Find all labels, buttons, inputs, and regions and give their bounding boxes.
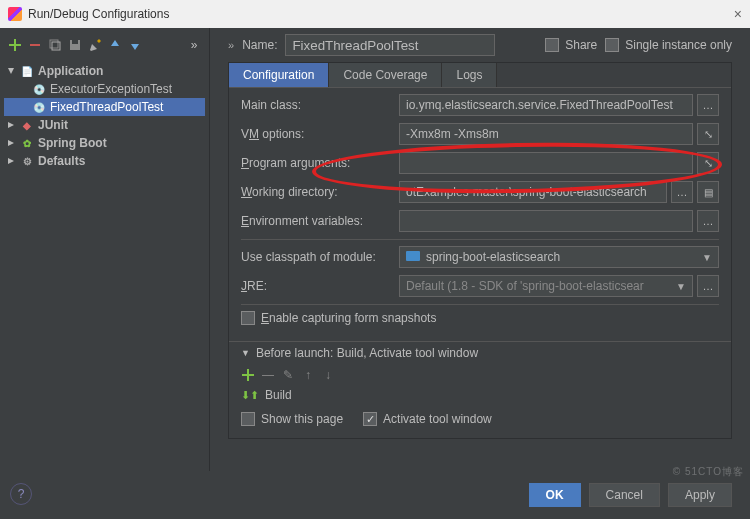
main-class-label: Main class: bbox=[241, 98, 391, 112]
single-instance-checkbox[interactable]: Single instance only bbox=[605, 38, 732, 52]
expand-button[interactable]: ⤡ bbox=[697, 152, 719, 174]
intellij-icon bbox=[8, 7, 22, 21]
main-class-field[interactable]: io.ymq.elasticsearch.service.FixedThread… bbox=[399, 94, 693, 116]
edit-icon: ✎ bbox=[281, 368, 295, 382]
cancel-button[interactable]: Cancel bbox=[589, 483, 660, 507]
svg-rect-1 bbox=[52, 42, 60, 50]
down-icon: ↓ bbox=[321, 368, 335, 382]
down-icon[interactable] bbox=[128, 38, 142, 52]
snapshots-checkbox[interactable]: Enable capturing form snapshots bbox=[241, 311, 436, 328]
config-tree: 📄 Application 💿 ExecutorExceptionTest 💿 … bbox=[0, 62, 209, 170]
dialog-buttons: OK Cancel Apply bbox=[0, 471, 750, 519]
config-tabs: Configuration Code Coverage Logs bbox=[229, 63, 731, 88]
chevron-down-icon: ▼ bbox=[676, 281, 686, 292]
jre-select[interactable]: Default (1.8 - SDK of 'spring-boot-elast… bbox=[399, 275, 693, 297]
up-icon: ↑ bbox=[301, 368, 315, 382]
tab-logs[interactable]: Logs bbox=[442, 63, 497, 87]
program-args-field[interactable] bbox=[399, 152, 693, 174]
apply-button[interactable]: Apply bbox=[668, 483, 732, 507]
tree-node-springboot[interactable]: ✿ Spring Boot bbox=[4, 134, 205, 152]
gear-icon: ⚙ bbox=[20, 154, 34, 168]
module-icon bbox=[406, 251, 420, 261]
share-checkbox[interactable]: Share bbox=[545, 38, 597, 52]
svg-rect-0 bbox=[50, 40, 58, 48]
browse-button[interactable]: … bbox=[697, 275, 719, 297]
close-icon[interactable]: × bbox=[734, 6, 742, 22]
ok-button[interactable]: OK bbox=[529, 483, 581, 507]
add-icon[interactable] bbox=[8, 38, 22, 52]
working-dir-label: Working directory: bbox=[241, 185, 391, 199]
app-icon: 📄 bbox=[20, 64, 34, 78]
run-config-icon: 💿 bbox=[32, 100, 46, 114]
tree-leaf-fixedthreadpool[interactable]: 💿 FixedThreadPoolTest bbox=[4, 98, 205, 116]
help-button[interactable]: ? bbox=[10, 483, 32, 505]
sidebar: » 📄 Application 💿 ExecutorExceptionTest … bbox=[0, 28, 210, 471]
program-args-label: Program arguments: bbox=[241, 156, 391, 170]
show-page-checkbox[interactable]: Show this page bbox=[241, 412, 343, 426]
junit-icon: ◆ bbox=[20, 118, 34, 132]
expand-button[interactable]: ⤡ bbox=[697, 123, 719, 145]
tree-leaf-executor[interactable]: 💿 ExecutorExceptionTest bbox=[4, 80, 205, 98]
window-title: Run/Debug Configurations bbox=[28, 7, 169, 21]
chevrons-icon[interactable]: » bbox=[228, 39, 234, 51]
vm-options-label: VM options: bbox=[241, 127, 391, 141]
env-vars-label: Environment variables: bbox=[241, 214, 391, 228]
copy-icon[interactable] bbox=[48, 38, 62, 52]
name-input[interactable] bbox=[285, 34, 495, 56]
name-label: Name: bbox=[242, 38, 277, 52]
spring-icon: ✿ bbox=[20, 136, 34, 150]
sidebar-toolbar: » bbox=[0, 34, 209, 62]
tree-node-junit[interactable]: ◆ JUnit bbox=[4, 116, 205, 134]
vm-options-field[interactable]: -Xmx8m -Xms8m bbox=[399, 123, 693, 145]
remove-icon[interactable] bbox=[28, 38, 42, 52]
classpath-select[interactable]: spring-boot-elasticsearch ▼ bbox=[399, 246, 719, 268]
up-icon[interactable] bbox=[108, 38, 122, 52]
browse-button[interactable]: … bbox=[697, 94, 719, 116]
watermark: © 51CTO博客 bbox=[673, 465, 744, 479]
remove-icon: — bbox=[261, 368, 275, 382]
env-vars-field[interactable] bbox=[399, 210, 693, 232]
titlebar: Run/Debug Configurations × bbox=[0, 0, 750, 28]
jre-label: JRE: bbox=[241, 279, 391, 293]
variables-button[interactable]: ▤ bbox=[697, 181, 719, 203]
build-task[interactable]: ⬇⬆ Build bbox=[241, 386, 719, 408]
run-config-icon: 💿 bbox=[32, 82, 46, 96]
browse-button[interactable]: … bbox=[671, 181, 693, 203]
chevron-down-icon: ▼ bbox=[702, 252, 712, 263]
chevrons-icon[interactable]: » bbox=[187, 38, 201, 52]
svg-rect-3 bbox=[72, 40, 78, 44]
tree-node-defaults[interactable]: ⚙ Defaults bbox=[4, 152, 205, 170]
activate-tool-checkbox[interactable]: ✓Activate tool window bbox=[363, 412, 492, 426]
tab-coverage[interactable]: Code Coverage bbox=[329, 63, 442, 87]
save-icon[interactable] bbox=[68, 38, 82, 52]
tree-node-application[interactable]: 📄 Application bbox=[4, 62, 205, 80]
before-launch-header[interactable]: ▼ Before launch: Build, Activate tool wi… bbox=[241, 346, 719, 360]
tab-configuration[interactable]: Configuration bbox=[229, 63, 329, 87]
add-icon[interactable] bbox=[241, 368, 255, 382]
browse-button[interactable]: … bbox=[697, 210, 719, 232]
build-icon: ⬇⬆ bbox=[241, 389, 259, 402]
edit-icon[interactable] bbox=[88, 38, 102, 52]
classpath-label: Use classpath of module: bbox=[241, 250, 391, 264]
working-dir-field[interactable]: otExamples-master\spring-boot-elasticsea… bbox=[399, 181, 667, 203]
main-panel: » Name: Share Single instance only Confi… bbox=[210, 28, 750, 471]
